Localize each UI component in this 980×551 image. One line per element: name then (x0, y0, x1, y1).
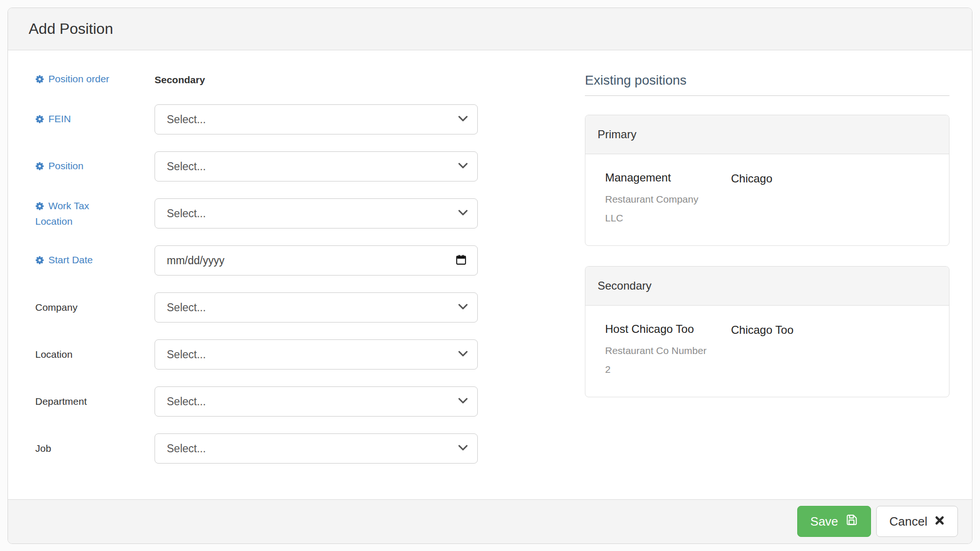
chevron-down-icon (458, 350, 468, 359)
position-order-label: Position order (35, 72, 155, 87)
dialog-header: Add Position (8, 8, 972, 50)
save-button[interactable]: Save (797, 506, 871, 537)
company-select[interactable]: Select... (155, 292, 478, 323)
position-card-secondary: Secondary Host Chicago Too Restaurant Co… (585, 266, 949, 397)
chevron-down-icon (458, 162, 468, 171)
work-tax-location-label: Work Tax Location (35, 199, 155, 228)
start-date-field (155, 245, 478, 276)
position-location: Chicago Too (731, 323, 938, 337)
dialog-footer: Save Cancel (8, 499, 972, 543)
department-select[interactable]: Select... (155, 386, 478, 417)
dialog-title: Add Position (29, 20, 951, 38)
card-header: Secondary (585, 267, 949, 306)
start-date-input[interactable] (155, 246, 418, 275)
gear-icon (35, 254, 44, 268)
start-date-label: Start Date (35, 253, 155, 268)
fein-label: FEIN (35, 112, 155, 127)
existing-positions-panel: Existing positions Primary Management Re… (585, 72, 949, 499)
work-tax-location-select[interactable]: Select... (155, 198, 478, 228)
position-name: Management (605, 171, 731, 184)
floppy-disk-icon (845, 513, 858, 529)
existing-positions-heading: Existing positions (585, 73, 949, 88)
form-row-position: Position Select... (35, 151, 478, 181)
cancel-button[interactable]: Cancel (876, 506, 958, 537)
position-company: Restaurant Co Number 2 (605, 341, 708, 379)
position-location: Chicago (731, 172, 938, 185)
x-icon (934, 514, 945, 529)
position-select[interactable]: Select... (155, 151, 478, 181)
position-label: Position (35, 159, 155, 174)
position-company: Restaurant Company LLC (605, 190, 708, 228)
gear-icon (35, 73, 44, 87)
form-row-location: Location Select... (35, 339, 478, 370)
position-card-primary: Primary Management Restaurant Company LL… (585, 115, 949, 246)
chevron-down-icon (458, 303, 468, 312)
job-select[interactable]: Select... (155, 433, 478, 464)
position-order-value: Secondary (155, 74, 478, 86)
gear-icon (35, 160, 44, 174)
dialog-body: Position order Secondary FEIN Select... (8, 50, 972, 499)
fein-select[interactable]: Select... (155, 104, 478, 134)
job-label: Job (35, 441, 155, 456)
form-row-department: Department Select... (35, 386, 478, 417)
calendar-icon[interactable] (455, 254, 467, 268)
location-select[interactable]: Select... (155, 339, 478, 370)
department-label: Department (35, 394, 155, 409)
gear-icon (35, 200, 44, 214)
add-position-dialog: Add Position Position order Secondary (8, 8, 972, 544)
gear-icon (35, 113, 44, 127)
position-name: Host Chicago Too (605, 323, 731, 336)
chevron-down-icon (458, 444, 468, 453)
form-row-job: Job Select... (35, 433, 478, 464)
form-row-fein: FEIN Select... (35, 104, 478, 134)
chevron-down-icon (458, 209, 468, 218)
company-label: Company (35, 300, 155, 315)
form-row-company: Company Select... (35, 292, 478, 323)
card-header: Primary (585, 115, 949, 154)
heading-divider (585, 95, 949, 96)
chevron-down-icon (458, 397, 468, 406)
form-row-start-date: Start Date (35, 245, 478, 276)
location-label: Location (35, 347, 155, 362)
position-form: Position order Secondary FEIN Select... (35, 72, 478, 499)
chevron-down-icon (458, 115, 468, 124)
form-row-position-order: Position order Secondary (35, 72, 478, 87)
form-row-work-tax-location: Work Tax Location Select... (35, 198, 478, 228)
